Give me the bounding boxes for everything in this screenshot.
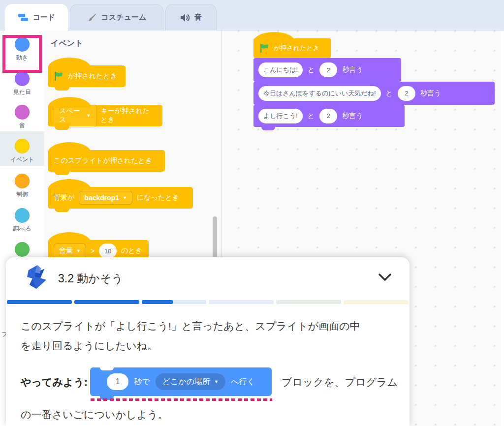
progress-segment [74,300,139,304]
tutorial-body-line2: を走り回るようにしたいね。 [21,339,158,353]
block-label: と [308,112,315,121]
block-when-sprite-clicked[interactable]: このスプライトが押されたとき [48,150,165,172]
tab-code-label: コード [33,13,56,22]
greater-than-operator: > [91,247,94,255]
block-when-backdrop-switches[interactable]: 背景が backdrop1 ▼ になったとき [48,187,193,209]
tutorial-progress-bar [7,300,409,304]
clipped-category-label-fragment: ブ [1,330,6,338]
sound-category-circle [15,105,30,120]
scratch-editor-screen: コード コスチューム 音 動き 見た目 [0,0,504,426]
script-say-block[interactable]: よし行こう! と 2 秒言う [253,105,405,127]
say-message-input[interactable]: よし行こう! [258,109,303,123]
block-label: 秒言う [342,112,363,121]
sidebar-item-control[interactable]: 制御 [0,174,44,199]
glide-target-value: どこかの場所 [162,377,211,387]
progress-segment [142,300,207,304]
motion-category-circle [15,37,30,52]
script-say-block[interactable]: 今日はさんぽをするのにいい天気だね! と 2 秒言う [253,82,495,105]
operators-category-circle [15,242,30,257]
tab-sounds[interactable]: 音 [165,4,217,30]
looks-category-label: 見た目 [0,88,44,96]
tutorial-panel: 3.2 動かそう このスプライトが「よし行こう!」と言った [6,257,410,426]
tab-costumes[interactable]: コスチューム [70,4,163,30]
green-flag-icon [259,43,269,53]
stage-edge-strip [501,30,504,426]
say-message-input[interactable]: こんにちは! [258,62,303,77]
block-label: になったとき [137,193,179,202]
loudness-dropdown[interactable]: 音量 ▼ [54,243,86,258]
tab-bar: コード コスチューム 音 [0,0,504,30]
tutorial-last-line: の一番さいごについかしよう。 [21,408,168,422]
script-say-block[interactable]: こんにちは! と 2 秒言う [253,58,401,82]
sidebar-item-events[interactable]: イベント [0,139,44,164]
sound-category-label: 音 [0,122,44,130]
control-category-label: 制御 [0,190,44,199]
block-label: と [386,89,393,98]
tab-code[interactable]: コード [5,4,68,30]
dropdown-caret-icon: ▼ [123,195,127,200]
tutorial-logo-icon [26,264,49,290]
say-message-input[interactable]: 今日はさんぽをするのにいい天気だね! [258,86,381,101]
glide-target-dropdown[interactable]: どこかの場所 ▼ [156,373,225,390]
sensing-category-label: 調べる [0,225,44,233]
dropdown-caret-icon: ▼ [76,248,81,253]
loudness-dropdown-value: 音量 [59,246,73,255]
block-top-notch [100,367,114,370]
block-when-key-pressed[interactable]: スペース ▼ キーが押されたとき [48,105,162,126]
key-dropdown[interactable]: スペース ▼ [54,104,96,127]
looks-category-circle [15,71,30,86]
say-seconds-input[interactable]: 2 [319,109,337,123]
sensing-category-circle [15,208,30,223]
sidebar-item-sensing[interactable]: 調べる [0,208,44,233]
tab-sounds-label: 音 [194,13,202,22]
paintbrush-icon [87,13,97,23]
block-label: 秒で [134,377,150,387]
chevron-down-icon[interactable] [378,273,392,282]
block-label: のとき [121,246,142,255]
glide-seconds-input[interactable]: 1 [107,373,128,390]
progress-segment [209,300,274,304]
block-label: が押されたとき [68,72,117,81]
block-label: 秒言う [420,89,441,98]
dashed-highlight-underline [91,398,272,401]
palette-scrollbar[interactable] [213,216,217,258]
progress-fill [74,300,139,304]
progress-fill [7,300,72,304]
block-label: このスプライトが押されたとき [54,156,152,165]
events-category-label: イベント [0,155,44,164]
backdrop-dropdown[interactable]: backdrop1 ▼ [79,191,132,205]
progress-fill [142,300,173,304]
loudness-value-input[interactable]: 10 [99,243,117,258]
progress-segment [276,300,341,304]
glide-to-random-block[interactable]: 1 秒で どこかの場所 ▼ へ行く [90,367,272,396]
say-seconds-input[interactable]: 2 [319,62,337,77]
code-blocks-icon [18,13,29,23]
tab-costumes-label: コスチューム [101,13,147,22]
tutorial-body-line1: このスプライトが「よし行こう!」と言ったあと、スプライトが画面の中 [21,319,360,333]
backdrop-dropdown-value: backdrop1 [84,194,119,202]
motion-category-label: 動き [0,54,44,62]
dropdown-caret-icon: ▼ [214,379,219,384]
events-category-circle [15,139,30,153]
script-when-flag-clicked[interactable]: が押されたとき [253,38,331,58]
sidebar-item-looks[interactable]: 見た目 [0,71,44,96]
block-label: キーが押されたとき [101,107,157,124]
green-flag-icon [54,71,63,81]
try-it-label: やってみよう: [21,375,88,389]
key-dropdown-value: スペース [59,107,83,124]
block-label: と [308,65,315,74]
sidebar-item-motion[interactable]: 動き [0,37,44,62]
tutorial-after-block-text: ブロックを、プログラム [282,375,398,389]
block-when-flag-clicked[interactable]: が押されたとき [48,65,126,87]
control-category-circle [15,174,30,188]
tutorial-title: 3.2 動かそう [58,271,123,286]
block-label: へ行く [231,377,255,387]
speaker-icon [180,13,190,22]
dropdown-caret-icon: ▼ [87,113,91,118]
sidebar-item-operators[interactable] [0,242,44,257]
block-label: が押されたとき [274,44,319,53]
say-seconds-input[interactable]: 2 [398,86,415,101]
progress-segment [344,300,409,304]
progress-segment [7,300,72,304]
sidebar-item-sound[interactable]: 音 [0,105,44,130]
